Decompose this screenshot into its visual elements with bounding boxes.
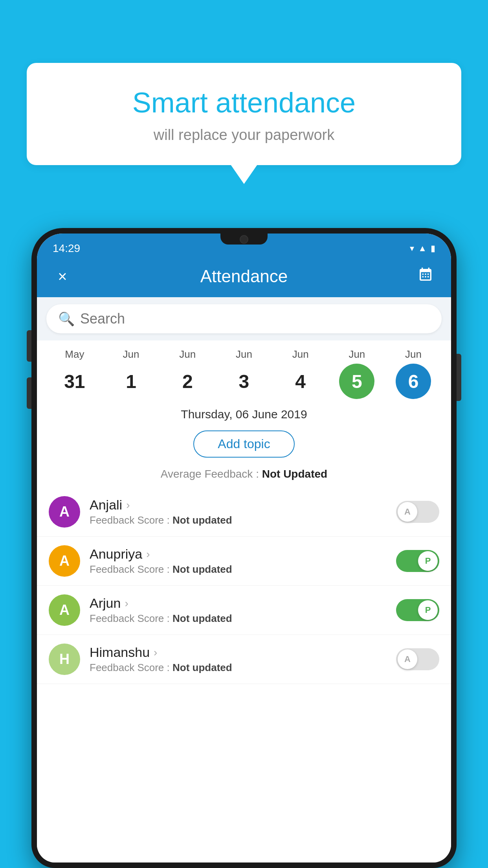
phone-camera [240,235,248,244]
app-bar: × Attendance [37,259,451,297]
cal-day-number: 31 [57,364,92,399]
student-item: AAnjali ›Feedback Score : Not updatedA [37,487,451,537]
status-icons: ▾ ▲ ▮ [410,243,435,254]
student-item: HHimanshu ›Feedback Score : Not updatedA [37,635,451,684]
toggle-thumb: A [398,502,417,522]
student-name[interactable]: Anupriya › [90,546,387,562]
calendar-icon[interactable] [416,267,435,286]
attendance-toggle-wrap: P [396,550,439,572]
cal-day-number: 6 [396,364,431,399]
search-bar[interactable]: 🔍 [46,304,442,333]
cal-day-number: 1 [114,364,149,399]
student-name[interactable]: Anjali › [90,497,387,513]
chevron-icon: › [154,646,157,659]
student-info: Himanshu ›Feedback Score : Not updated [90,645,387,674]
student-info: Anupriya ›Feedback Score : Not updated [90,546,387,576]
chevron-icon: › [125,597,128,610]
cal-month-label: Jun [179,348,196,360]
search-input[interactable] [80,311,430,327]
calendar-day[interactable]: Jun2 [164,348,211,399]
avatar: A [49,594,80,626]
student-name[interactable]: Arjun › [90,596,387,611]
cal-month-label: Jun [236,348,252,360]
attendance-toggle[interactable]: A [396,501,439,523]
student-name[interactable]: Himanshu › [90,645,387,660]
avatar: H [49,644,80,675]
toggle-thumb: P [418,551,438,571]
student-item: AArjun ›Feedback Score : Not updatedP [37,586,451,635]
date-display: Thursday, 06 June 2019 [37,399,451,425]
calendar-day[interactable]: Jun5 [333,348,380,399]
search-container: 🔍 [37,297,451,340]
student-feedback: Feedback Score : Not updated [90,662,387,674]
toggle-thumb: A [398,649,417,669]
attendance-toggle-wrap: A [396,501,439,523]
avg-feedback-label: Average Feedback : [161,468,262,480]
student-item: AAnupriya ›Feedback Score : Not updatedP [37,537,451,586]
speech-bubble-title: Smart attendance [50,86,438,119]
power-button[interactable] [457,354,461,401]
avg-feedback-value: Not Updated [262,468,327,480]
student-feedback: Feedback Score : Not updated [90,563,387,576]
avatar: A [49,496,80,528]
student-feedback: Feedback Score : Not updated [90,612,387,625]
student-feedback: Feedback Score : Not updated [90,514,387,526]
cal-month-label: Jun [349,348,365,360]
attendance-toggle[interactable]: P [396,550,439,572]
phone-frame: 14:29 ▾ ▲ ▮ × Attendance 🔍 M [31,228,457,868]
close-button[interactable]: × [53,268,72,285]
chevron-icon: › [126,499,130,511]
volume-down-button[interactable] [27,377,31,409]
cal-day-number: 5 [339,364,374,399]
cal-day-number: 2 [170,364,205,399]
student-info: Arjun ›Feedback Score : Not updated [90,596,387,625]
phone-screen: 14:29 ▾ ▲ ▮ × Attendance 🔍 M [37,234,451,862]
attendance-toggle[interactable]: A [396,648,439,670]
avatar: A [49,545,80,577]
volume-up-button[interactable] [27,330,31,362]
cal-month-label: May [65,348,84,360]
add-topic-button[interactable]: Add topic [193,430,294,458]
signal-icon: ▲ [418,243,427,254]
avg-feedback: Average Feedback : Not Updated [37,465,451,487]
calendar-day[interactable]: Jun4 [277,348,324,399]
attendance-toggle-wrap: A [396,648,439,670]
attendance-toggle[interactable]: P [396,599,439,621]
student-list: AAnjali ›Feedback Score : Not updatedAAA… [37,487,451,862]
chevron-icon: › [146,548,150,561]
cal-month-label: Jun [123,348,139,360]
cal-day-number: 4 [283,364,318,399]
calendar-day[interactable]: Jun1 [108,348,155,399]
student-info: Anjali ›Feedback Score : Not updated [90,497,387,526]
attendance-toggle-wrap: P [396,599,439,621]
app-bar-title: Attendance [72,267,416,286]
cal-day-number: 3 [226,364,262,399]
status-time: 14:29 [53,242,80,255]
calendar-day[interactable]: May31 [51,348,98,399]
wifi-icon: ▾ [410,243,414,254]
search-icon: 🔍 [58,311,75,327]
speech-bubble: Smart attendance will replace your paper… [27,63,461,165]
calendar-day[interactable]: Jun3 [220,348,268,399]
calendar-row: May31Jun1Jun2Jun3Jun4Jun5Jun6 [37,340,451,399]
speech-bubble-subtitle: will replace your paperwork [50,127,438,143]
selected-date-text: Thursday, 06 June 2019 [181,408,307,421]
cal-month-label: Jun [292,348,309,360]
calendar-day[interactable]: Jun6 [390,348,437,399]
add-topic-wrap: Add topic [37,425,451,465]
toggle-thumb: P [418,600,438,620]
speech-bubble-container: Smart attendance will replace your paper… [27,63,461,165]
cal-month-label: Jun [405,348,422,360]
battery-icon: ▮ [431,243,435,254]
